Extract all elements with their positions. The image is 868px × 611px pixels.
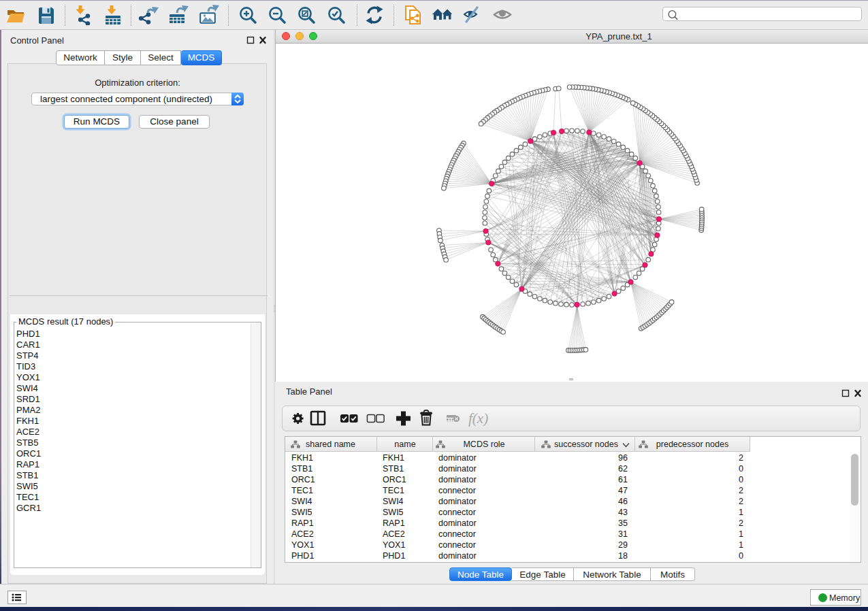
svg-text:f(x): f(x) — [468, 410, 488, 427]
